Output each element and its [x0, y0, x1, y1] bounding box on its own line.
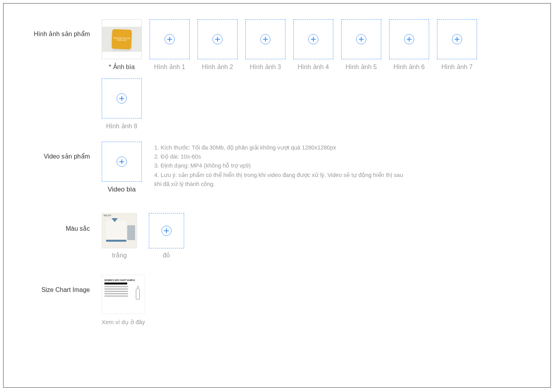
section-label-color: Màu sắc [15, 213, 102, 232]
section-label-product-images: Hình ảnh sản phẩm [15, 19, 102, 38]
brand-tag: IELGY [104, 214, 112, 217]
plus-icon [212, 34, 223, 44]
product-images-list: SQUARE PILLOW MOCK-UP * Ảnh bìa Hình ảnh… [102, 19, 494, 130]
image-slot-6: Hình ảnh 6 [389, 19, 429, 71]
size-chart-figure-icon [134, 286, 141, 300]
size-chart-slot: WOMEN'S SIZE CHART SAMPLE Xem ví dụ ở đâ… [102, 275, 145, 326]
add-image-7-button[interactable] [437, 19, 477, 59]
plus-icon [117, 157, 127, 167]
image-slot-8: Hình ảnh 8 [102, 78, 142, 130]
plus-icon [161, 226, 172, 236]
image-label-6: Hình ảnh 6 [393, 63, 424, 71]
section-label-size-chart: Size Chart Image [15, 275, 102, 294]
image-label-8: Hình ảnh 8 [106, 122, 137, 130]
image-slot-2: Hình ảnh 2 [197, 19, 238, 71]
image-slot-5: Hình ảnh 5 [341, 19, 381, 71]
section-color: Màu sắc IELGY trắng đỏ [15, 213, 539, 259]
add-image-1-button[interactable] [150, 19, 190, 59]
plus-icon [356, 34, 366, 44]
image-label-1: Hình ảnh 1 [154, 63, 185, 71]
plus-icon [404, 34, 414, 44]
add-image-4-button[interactable] [293, 19, 333, 59]
image-slot-3: Hình ảnh 3 [245, 19, 285, 71]
add-image-3-button[interactable] [245, 19, 285, 59]
size-chart-example-link[interactable]: Xem ví dụ ở đây [96, 319, 151, 326]
pillow-mock-icon: SQUARE PILLOW MOCK-UP [112, 29, 132, 49]
cover-image-label: * Ảnh bìa [109, 63, 135, 71]
image-label-4: Hình ảnh 4 [298, 63, 329, 71]
add-image-8-button[interactable] [102, 78, 142, 119]
section-label-product-video: Video sản phẩm [15, 142, 102, 160]
add-color-red-button[interactable] [149, 213, 184, 248]
image-slot-1: Hình ảnh 1 [150, 19, 190, 71]
image-label-3: Hình ảnh 3 [250, 63, 281, 71]
color-slot-white: IELGY trắng [102, 213, 137, 259]
color-list: IELGY trắng đỏ [102, 213, 539, 259]
size-chart-content: WOMEN'S SIZE CHART SAMPLE Xem ví dụ ở đâ… [102, 275, 539, 326]
color-slot-red: đỏ [149, 213, 184, 259]
plus-icon [117, 93, 127, 104]
plus-icon [452, 34, 462, 44]
cover-image-mock: SQUARE PILLOW MOCK-UP [102, 20, 141, 59]
add-image-6-button[interactable] [389, 19, 429, 59]
add-image-5-button[interactable] [341, 19, 381, 59]
image-label-7: Hình ảnh 7 [441, 63, 472, 71]
image-slot-4: Hình ảnh 4 [293, 19, 333, 71]
cover-image-slot: SQUARE PILLOW MOCK-UP * Ảnh bìa [102, 19, 142, 71]
video-slot-label: Video bìa [108, 186, 136, 193]
add-image-2-button[interactable] [197, 19, 238, 59]
product-video-content: Video bìa Kích thước: Tối đa 30Mb, độ ph… [102, 142, 539, 193]
video-slot: Video bìa [102, 142, 142, 193]
image-slot-7: Hình ảnh 7 [437, 19, 477, 71]
color-thumb-white[interactable]: IELGY [102, 213, 137, 248]
section-product-images: Hình ảnh sản phẩm SQUARE PILLOW MOCK-UP … [15, 19, 539, 130]
size-chart-thumb-title: WOMEN'S SIZE CHART SAMPLE [104, 279, 142, 281]
video-hint-2: Độ dài: 10s-60s [154, 152, 406, 161]
video-hint-3: Định dạng: MP4 (không hỗ trợ vp9) [154, 161, 406, 170]
video-hint-1: Kích thước: Tối đa 30Mb, độ phân giải kh… [154, 143, 406, 152]
section-product-video: Video sản phẩm Video bìa Kích thước: Tối… [15, 142, 539, 193]
video-hints: Kích thước: Tối đa 30Mb, độ phân giải kh… [154, 142, 406, 189]
image-label-5: Hình ảnh 5 [346, 63, 377, 71]
form-panel: Hình ảnh sản phẩm SQUARE PILLOW MOCK-UP … [3, 3, 551, 388]
color-label-white: trắng [112, 252, 127, 259]
plus-icon [165, 34, 175, 44]
plus-icon [308, 34, 318, 44]
add-video-button[interactable] [102, 142, 142, 182]
color-label-red: đỏ [163, 252, 170, 259]
section-size-chart: Size Chart Image WOMEN'S SIZE CHART SAMP… [15, 275, 539, 326]
image-label-2: Hình ảnh 2 [202, 63, 233, 71]
cover-image-thumb[interactable]: SQUARE PILLOW MOCK-UP [102, 19, 142, 59]
size-chart-example-thumb[interactable]: WOMEN'S SIZE CHART SAMPLE [102, 275, 145, 314]
video-hint-4: Lưu ý: sản phẩm có thể hiển thị trong kh… [154, 171, 406, 189]
plus-icon [260, 34, 271, 44]
